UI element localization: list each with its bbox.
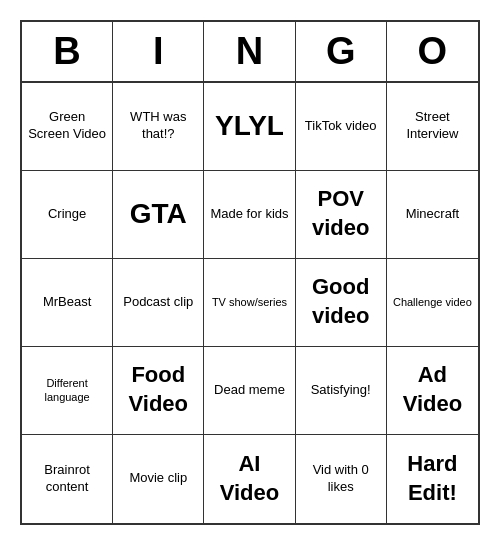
bingo-cell-10: MrBeast — [22, 259, 113, 347]
bingo-cell-18: Satisfying! — [296, 347, 387, 435]
bingo-cell-22: AI Video — [204, 435, 295, 523]
bingo-grid: Green Screen VideoWTH was that!?YLYLTikT… — [22, 83, 478, 523]
bingo-cell-21: Movie clip — [113, 435, 204, 523]
bingo-header: BINGO — [22, 22, 478, 83]
bingo-cell-19: Ad Video — [387, 347, 478, 435]
bingo-cell-17: Dead meme — [204, 347, 295, 435]
bingo-letter-o: O — [387, 22, 478, 81]
bingo-cell-11: Podcast clip — [113, 259, 204, 347]
bingo-cell-16: Food Video — [113, 347, 204, 435]
bingo-letter-b: B — [22, 22, 113, 81]
bingo-cell-0: Green Screen Video — [22, 83, 113, 171]
bingo-cell-8: POV video — [296, 171, 387, 259]
bingo-cell-14: Challenge video — [387, 259, 478, 347]
bingo-cell-4: Street Interview — [387, 83, 478, 171]
bingo-cell-6: GTA — [113, 171, 204, 259]
bingo-letter-i: I — [113, 22, 204, 81]
bingo-cell-2: YLYL — [204, 83, 295, 171]
bingo-cell-23: Vid with 0 likes — [296, 435, 387, 523]
bingo-cell-24: Hard Edit! — [387, 435, 478, 523]
bingo-cell-5: Cringe — [22, 171, 113, 259]
bingo-cell-3: TikTok video — [296, 83, 387, 171]
bingo-cell-20: Brainrot content — [22, 435, 113, 523]
bingo-card: BINGO Green Screen VideoWTH was that!?YL… — [20, 20, 480, 525]
bingo-letter-g: G — [296, 22, 387, 81]
bingo-cell-9: Minecraft — [387, 171, 478, 259]
bingo-cell-12: TV show/series — [204, 259, 295, 347]
bingo-cell-13: Good video — [296, 259, 387, 347]
bingo-cell-1: WTH was that!? — [113, 83, 204, 171]
bingo-letter-n: N — [204, 22, 295, 81]
bingo-cell-7: Made for kids — [204, 171, 295, 259]
bingo-cell-15: Different language — [22, 347, 113, 435]
